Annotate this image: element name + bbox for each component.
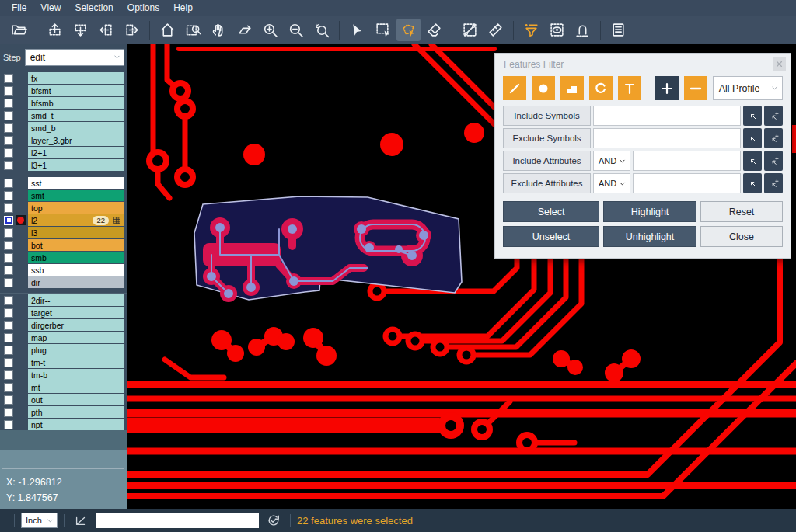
- zoom-window-button[interactable]: [181, 19, 205, 41]
- layer-name[interactable]: out: [28, 394, 124, 405]
- layer-name[interactable]: bot: [28, 239, 124, 251]
- rectangle-select-button[interactable]: [371, 19, 395, 41]
- profile-select[interactable]: All Profile: [713, 76, 783, 100]
- layer-name[interactable]: plug: [28, 344, 124, 356]
- pick-add-button[interactable]: [764, 106, 783, 126]
- layer-visibility-checkbox[interactable]: [4, 191, 13, 200]
- ruler-button[interactable]: [484, 19, 508, 41]
- layer-name[interactable]: npt: [28, 419, 124, 430]
- layer-name[interactable]: smt: [28, 190, 124, 201]
- layer-visibility-checkbox[interactable]: [4, 408, 13, 417]
- view-left-button[interactable]: [94, 19, 118, 41]
- layer-visibility-checkbox[interactable]: [4, 74, 13, 83]
- exclude-symbols-input[interactable]: [593, 128, 741, 148]
- layer-visibility-checkbox[interactable]: [4, 370, 13, 380]
- view-up-button[interactable]: [43, 19, 67, 41]
- layer-visibility-checkbox[interactable]: [4, 383, 13, 392]
- layer-visibility-checkbox[interactable]: [4, 136, 13, 145]
- command-input[interactable]: [96, 513, 259, 528]
- layer-name[interactable]: ssb: [28, 264, 124, 276]
- text-tool-button[interactable]: [618, 76, 641, 100]
- include-symbols-button[interactable]: Include Symbols: [503, 106, 591, 126]
- line-tool-button[interactable]: [503, 76, 526, 100]
- layer-visibility-checkbox[interactable]: [4, 266, 13, 275]
- layer-visibility-checkbox[interactable]: [4, 278, 13, 287]
- layer-visibility-checkbox[interactable]: [4, 228, 13, 238]
- layer-visibility-checkbox[interactable]: [4, 241, 13, 250]
- unselect-button[interactable]: Unselect: [503, 226, 599, 247]
- layer-name[interactable]: layer_3.gbr: [28, 134, 124, 146]
- layer-visibility-checkbox[interactable]: [4, 161, 13, 170]
- layer-name[interactable]: smb: [28, 252, 124, 263]
- layer-visibility-checkbox[interactable]: [4, 203, 13, 213]
- view-options-button[interactable]: [545, 19, 569, 41]
- pick-from-canvas-button[interactable]: [743, 173, 762, 193]
- layer-name[interactable]: l3: [28, 227, 124, 238]
- drag-view-button[interactable]: [232, 19, 257, 41]
- layer-name[interactable]: tm-b: [28, 369, 124, 381]
- highlight-button[interactable]: Highlight: [603, 201, 696, 222]
- pick-from-canvas-button[interactable]: [743, 128, 762, 148]
- layer-name[interactable]: mt: [28, 381, 124, 393]
- layer-visibility-checkbox[interactable]: [4, 179, 13, 188]
- pan-button[interactable]: [207, 19, 231, 41]
- measure-button[interactable]: [458, 19, 482, 41]
- layer-name[interactable]: smd_b: [28, 122, 124, 134]
- layer-visibility-checkbox[interactable]: [4, 86, 13, 96]
- arc-tool-button[interactable]: [589, 76, 613, 100]
- layer-visibility-checkbox[interactable]: [4, 148, 13, 158]
- exclude-attributes-button[interactable]: Exclude Attributes: [503, 173, 591, 193]
- menu-item-file[interactable]: File: [5, 0, 33, 16]
- include-attributes-button[interactable]: Include Attributes: [503, 151, 591, 171]
- refresh-check-icon[interactable]: [267, 513, 281, 527]
- layer-name[interactable]: l2+1: [28, 147, 124, 158]
- layer-visibility-checkbox[interactable]: [4, 395, 13, 405]
- pick-add-button[interactable]: [764, 151, 783, 171]
- zoom-home-button[interactable]: [155, 19, 180, 41]
- zoom-previous-button[interactable]: [309, 19, 333, 41]
- layer-visibility-checkbox[interactable]: [4, 308, 13, 318]
- include-attributes-input[interactable]: [633, 151, 741, 171]
- layer-name[interactable]: smd_t: [28, 110, 124, 121]
- operator-select[interactable]: AND: [593, 151, 630, 171]
- menu-item-options[interactable]: Options: [120, 0, 166, 16]
- pick-add-button[interactable]: [764, 128, 783, 148]
- include-symbols-input[interactable]: [593, 106, 741, 126]
- layer-visibility-checkbox[interactable]: [4, 420, 13, 429]
- select-button[interactable]: Select: [503, 201, 599, 222]
- layer-visibility-checkbox[interactable]: [4, 296, 13, 305]
- layer-name[interactable]: tm-t: [28, 356, 124, 368]
- layer-name[interactable]: l3+1: [28, 159, 124, 171]
- close-button[interactable]: Close: [700, 226, 783, 247]
- layer-visibility-checkbox[interactable]: [4, 358, 13, 367]
- layer-visibility-checkbox[interactable]: [4, 333, 13, 342]
- layer-name[interactable]: sst: [28, 177, 124, 189]
- dialog-close-button[interactable]: [773, 57, 786, 71]
- layer-visibility-checkbox[interactable]: [4, 253, 13, 263]
- pick-from-canvas-button[interactable]: [743, 151, 762, 171]
- menu-item-help[interactable]: Help: [166, 0, 200, 16]
- layer-name[interactable]: l222: [28, 214, 124, 226]
- exclude-attributes-input[interactable]: [633, 173, 741, 193]
- layer-visibility-checkbox[interactable]: [4, 346, 13, 355]
- pick-add-button[interactable]: [764, 173, 783, 193]
- surface-tool-button[interactable]: [560, 76, 584, 100]
- unhighlight-button[interactable]: Unhighlight: [603, 226, 696, 247]
- log-panel-button[interactable]: [606, 19, 630, 41]
- menu-item-selection[interactable]: Selection: [68, 0, 120, 16]
- menu-item-view[interactable]: View: [33, 0, 68, 16]
- layer-name[interactable]: target: [28, 307, 124, 318]
- angle-mode-icon[interactable]: [74, 513, 88, 527]
- layer-name[interactable]: fx: [28, 72, 124, 84]
- layer-visibility-checkbox[interactable]: [4, 123, 13, 133]
- units-select[interactable]: Inch: [21, 513, 58, 528]
- polygon-select-button[interactable]: [396, 19, 421, 41]
- features-filter-button[interactable]: [519, 19, 543, 41]
- layer-name[interactable]: pth: [28, 406, 124, 418]
- zoom-in-button[interactable]: [258, 19, 282, 41]
- clear-highlight-button[interactable]: [422, 19, 446, 41]
- view-down-button[interactable]: [68, 19, 93, 41]
- layer-name[interactable]: top: [28, 202, 124, 214]
- layer-visibility-checkbox[interactable]: [4, 111, 13, 120]
- step-select[interactable]: edit: [25, 49, 124, 66]
